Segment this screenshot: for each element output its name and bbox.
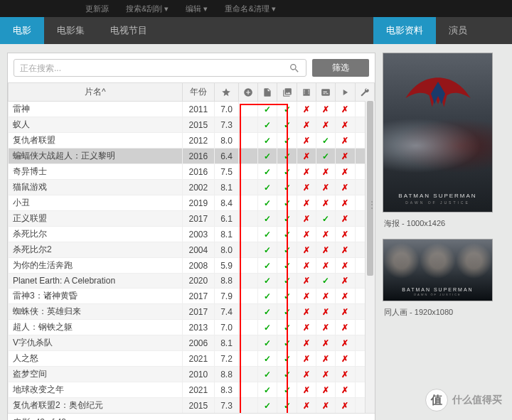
cell-year: 2012 bbox=[182, 133, 215, 149]
cell-year: 2008 bbox=[182, 258, 215, 274]
cell-name: 杀死比尔2 bbox=[9, 242, 183, 258]
cell-images: ✓ bbox=[277, 289, 297, 304]
table-row[interactable]: 蚁人20157.3✓✓✗✗✗ bbox=[9, 117, 375, 133]
scroll-thumb[interactable] bbox=[367, 101, 373, 276]
menu-update[interactable]: 更新源 bbox=[85, 4, 109, 14]
cell-nfo: ✓ bbox=[258, 274, 277, 289]
cell-nfo: ✓ bbox=[258, 227, 277, 242]
cell-nfo: ✓ bbox=[258, 242, 277, 258]
cell-add bbox=[238, 242, 257, 258]
cell-play: ✗ bbox=[336, 242, 355, 258]
cell-trailer: ✗ bbox=[297, 398, 316, 414]
cell-rating: 7.3 bbox=[215, 398, 239, 414]
cell-name: 复仇者联盟 bbox=[9, 133, 183, 149]
tab-电影集[interactable]: 电影集 bbox=[44, 17, 97, 44]
cell-images: ✓ bbox=[277, 180, 297, 195]
cell-rating: 7.5 bbox=[215, 164, 239, 180]
images-icon bbox=[282, 87, 292, 97]
cell-add bbox=[238, 117, 257, 133]
cell-images: ✓ bbox=[277, 211, 297, 227]
plus-circle-icon bbox=[243, 87, 253, 97]
cell-trailer: ✗ bbox=[297, 304, 316, 320]
table-row[interactable]: 雷神3：诸神黄昏20177.9✓✓✗✗✗ bbox=[9, 289, 375, 304]
cell-rating: 7.0 bbox=[215, 320, 239, 335]
search-box[interactable] bbox=[14, 59, 306, 77]
cell-trailer: ✗ bbox=[297, 242, 316, 258]
cell-name: 蚁人 bbox=[9, 117, 183, 133]
table-row[interactable]: Planet Earth: A Celebration20208.8✓✓✗✓✗ bbox=[9, 274, 375, 289]
table-row[interactable]: 为你的生活奔跑20085.9✓✓✗✗✗ bbox=[9, 258, 375, 274]
cell-add bbox=[238, 335, 257, 351]
table-row[interactable]: 小丑20198.4✓✓✗✗✗ bbox=[9, 195, 375, 211]
col-header-play[interactable] bbox=[336, 83, 355, 102]
cell-sub: ✗ bbox=[316, 304, 336, 320]
cell-year: 2006 bbox=[182, 335, 215, 351]
col-header-sub[interactable] bbox=[316, 83, 336, 102]
table-row[interactable]: 正义联盟20176.1✓✓✗✓✗ bbox=[9, 211, 375, 227]
status-bar: 电影: 43 of 43 bbox=[8, 413, 375, 420]
col-header-rating[interactable] bbox=[215, 83, 239, 102]
cell-year: 2015 bbox=[182, 398, 215, 414]
cell-sub: ✓ bbox=[316, 211, 336, 227]
table-row[interactable]: 杀死比尔20038.1✓✓✗✗✗ bbox=[9, 227, 375, 242]
table-row[interactable]: 地球改变之年20218.3✓✓✗✗✗ bbox=[9, 382, 375, 398]
fanart-faces bbox=[383, 243, 492, 279]
table-row[interactable]: 复仇者联盟2：奥创纪元20157.3✓✓✗✗✗ bbox=[9, 398, 375, 414]
table-row[interactable]: 奇异博士20167.5✓✓✗✗✗ bbox=[9, 164, 375, 180]
cell-sub: ✗ bbox=[316, 195, 336, 211]
cell-nfo: ✓ bbox=[258, 117, 277, 133]
table-row[interactable]: 盗梦空间20108.8✓✓✗✗✗ bbox=[9, 367, 375, 382]
cell-rating: 7.9 bbox=[215, 289, 239, 304]
cell-nfo: ✓ bbox=[258, 289, 277, 304]
table-row[interactable]: 复仇者联盟20128.0✓✓✗✓✗ bbox=[9, 133, 375, 149]
table-row[interactable]: 蜘蛛侠：英雄归来20177.4✓✓✗✗✗ bbox=[9, 304, 375, 320]
cell-trailer: ✗ bbox=[297, 351, 316, 367]
pane-drag-handle[interactable]: ⋮ bbox=[367, 199, 375, 210]
search-input[interactable] bbox=[20, 63, 289, 73]
menu-rename[interactable]: 重命名&清理 ▾ bbox=[225, 4, 275, 14]
cell-sub: ✗ bbox=[316, 180, 336, 195]
scrollbar[interactable] bbox=[365, 101, 375, 413]
cell-images: ✓ bbox=[277, 195, 297, 211]
table-row[interactable]: 猫鼠游戏20028.1✓✓✗✗✗ bbox=[9, 180, 375, 195]
table-row[interactable]: 雷神20117.0✓✓✗✗✗ bbox=[9, 102, 375, 117]
cell-name: Planet Earth: A Celebration bbox=[9, 274, 183, 289]
tab-演员[interactable]: 演员 bbox=[436, 17, 480, 44]
col-header-images[interactable] bbox=[277, 83, 297, 102]
menu-search[interactable]: 搜索&刮削 ▾ bbox=[126, 4, 169, 14]
fanart-image[interactable]: BATMAN SUPERMAN DAWN OF JUSTICE bbox=[383, 239, 493, 301]
poster-heroes bbox=[383, 114, 492, 178]
col-header-name[interactable]: 片名^ bbox=[9, 83, 183, 102]
wrench-icon bbox=[360, 87, 370, 97]
cell-name: 复仇者联盟2：奥创纪元 bbox=[9, 398, 183, 414]
cell-nfo: ✓ bbox=[258, 195, 277, 211]
filter-button[interactable]: 筛选 bbox=[312, 59, 369, 77]
cell-play: ✗ bbox=[336, 289, 355, 304]
menu-edit[interactable]: 编辑 ▾ bbox=[186, 4, 208, 14]
col-header-nfo[interactable] bbox=[258, 83, 277, 102]
table-row[interactable]: V字仇杀队20068.1✓✓✗✗✗ bbox=[9, 335, 375, 351]
cell-play: ✗ bbox=[336, 304, 355, 320]
cell-trailer: ✗ bbox=[297, 335, 316, 351]
cell-year: 2013 bbox=[182, 320, 215, 335]
col-header-edit[interactable] bbox=[355, 83, 374, 102]
cell-name: 雷神 bbox=[9, 102, 183, 117]
cell-nfo: ✓ bbox=[258, 304, 277, 320]
tab-电视节目[interactable]: 电视节目 bbox=[97, 17, 160, 44]
cell-play: ✗ bbox=[336, 102, 355, 117]
cell-trailer: ✗ bbox=[297, 382, 316, 398]
table-row[interactable]: 人之怒20217.2✓✓✗✗✗ bbox=[9, 351, 375, 367]
col-header-add[interactable] bbox=[238, 83, 257, 102]
table-row[interactable]: 超人：钢铁之躯20137.0✓✓✗✗✗ bbox=[9, 320, 375, 335]
tab-电影资料[interactable]: 电影资料 bbox=[373, 17, 436, 44]
table-row[interactable]: 蝙蝠侠大战超人：正义黎明20166.4✓✓✗✓✗ bbox=[9, 149, 375, 164]
cell-name: 雷神3：诸神黄昏 bbox=[9, 289, 183, 304]
cell-add bbox=[238, 195, 257, 211]
tab-电影[interactable]: 电影 bbox=[0, 17, 44, 44]
col-header-trailer[interactable] bbox=[297, 83, 316, 102]
cell-images: ✓ bbox=[277, 304, 297, 320]
col-header-year[interactable]: 年份 bbox=[182, 83, 215, 102]
poster-image[interactable]: BATMAN SUPERMAN DAWN OF JUSTICE bbox=[383, 53, 493, 212]
table-row[interactable]: 杀死比尔220048.0✓✓✗✗✗ bbox=[9, 242, 375, 258]
subtitle-icon bbox=[321, 87, 331, 97]
